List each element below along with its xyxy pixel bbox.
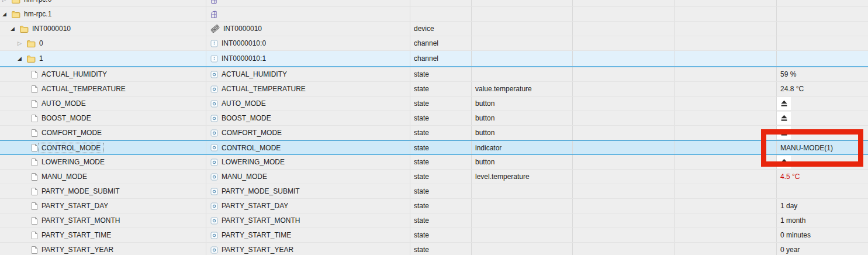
value-cell: 59 % xyxy=(777,67,868,81)
room-cell xyxy=(573,126,675,140)
expand-arrow-icon[interactable]: ▷ xyxy=(18,41,26,46)
role-label: level.temperature xyxy=(475,173,530,181)
value-text[interactable]: 59 % xyxy=(780,70,796,78)
type-cell: state xyxy=(410,155,472,169)
value-text[interactable]: MANU-MODE(1) xyxy=(780,144,833,152)
table-row[interactable]: ◢hm-rpc.1 xyxy=(0,7,868,22)
name-label: PARTY_START_TIME xyxy=(222,231,291,239)
table-row[interactable]: ACTUAL_HUMIDITYACTUAL_HUMIDITYstate59 % xyxy=(0,67,868,82)
role-cell xyxy=(472,7,573,21)
tree-label: PARTY_START_DAY xyxy=(42,202,108,210)
eject-button[interactable] xyxy=(777,126,791,139)
table-row[interactable]: COMFORT_MODECOMFORT_MODEstatebutton xyxy=(0,126,868,140)
function-cell xyxy=(675,111,777,125)
table-row[interactable]: ▷0INT0000010:0channel xyxy=(0,36,868,51)
tree-label: PARTY_START_YEAR xyxy=(42,246,113,254)
room-cell xyxy=(573,82,675,96)
value-cell xyxy=(777,0,868,6)
type-cell: state xyxy=(410,82,472,96)
table-row[interactable]: MANU_MODEMANU_MODEstatelevel.temperature… xyxy=(0,170,868,184)
room-cell xyxy=(573,213,675,228)
folder-icon xyxy=(26,54,36,63)
value-cell: 0 year xyxy=(777,243,868,255)
type-cell: channel xyxy=(410,36,472,50)
table-row[interactable]: LOWERING_MODELOWERING_MODEstatebutton xyxy=(0,155,868,170)
state-icon xyxy=(210,173,218,181)
state-icon xyxy=(210,217,218,225)
room-cell xyxy=(573,97,675,111)
folder-icon xyxy=(11,0,20,4)
name-cell: PARTY_START_DAY xyxy=(206,199,410,213)
name-cell: BOOST_MODE xyxy=(206,111,410,125)
value-cell xyxy=(777,97,868,111)
table-row[interactable]: PARTY_START_TIMEPARTY_START_TIMEstate0 m… xyxy=(0,228,868,243)
value-text[interactable]: 1 month xyxy=(780,216,805,225)
name-label: PARTY_START_MONTH xyxy=(222,216,300,225)
collapse-arrow-icon[interactable]: ◢ xyxy=(2,12,11,17)
function-cell xyxy=(675,170,777,184)
table-row[interactable]: ◢INT0000010INT0000010device xyxy=(0,22,868,36)
table-row[interactable]: PARTY_START_YEARPARTY_START_YEARstate0 y… xyxy=(0,243,868,255)
table-row[interactable]: AUTO_MODEAUTO_MODEstatebutton xyxy=(0,97,868,111)
table-row[interactable]: PARTY_START_MONTHPARTY_START_MONTHstate1… xyxy=(0,213,868,228)
file-icon xyxy=(31,99,38,108)
file-icon xyxy=(31,70,38,79)
role-cell xyxy=(472,213,573,228)
eject-button[interactable] xyxy=(777,156,791,168)
type-cell: state xyxy=(410,228,472,242)
collapse-arrow-icon[interactable]: ◢ xyxy=(18,56,26,61)
table-row[interactable]: CONTROL_MODECONTROL_MODEstateindicatorMA… xyxy=(0,140,868,155)
value-text[interactable]: 0 minutes xyxy=(780,231,811,239)
adapter-icon xyxy=(210,0,217,4)
function-cell xyxy=(675,22,777,36)
value-text[interactable]: 1 day xyxy=(780,202,797,210)
file-icon xyxy=(31,85,38,94)
eject-button[interactable] xyxy=(777,97,791,110)
table-row[interactable]: PARTY_START_DAYPARTY_START_DAYstate1 day xyxy=(0,199,868,213)
value-text[interactable]: 0 year xyxy=(780,246,800,254)
value-text[interactable]: 24.8 °C xyxy=(780,85,804,93)
role-cell xyxy=(472,0,573,6)
name-label: PARTY_START_DAY xyxy=(222,202,288,210)
name-cell: PARTY_START_YEAR xyxy=(206,243,410,255)
tree-label: LOWERING_MODE xyxy=(42,158,105,166)
room-cell xyxy=(573,141,675,154)
room-cell xyxy=(573,7,675,21)
type-cell: state xyxy=(410,126,472,140)
function-cell xyxy=(675,199,777,213)
value-text[interactable]: 4.5 °C xyxy=(780,173,800,181)
type-cell: state xyxy=(410,243,472,255)
table-row[interactable]: BOOST_MODEBOOST_MODEstatebutton xyxy=(0,111,868,126)
type-cell: state xyxy=(410,170,472,184)
value-cell xyxy=(777,155,868,169)
role-label: value.temperature xyxy=(475,85,532,93)
state-icon xyxy=(210,144,218,151)
file-icon xyxy=(31,129,38,137)
role-cell: button xyxy=(472,97,573,111)
type-cell: state xyxy=(410,111,472,125)
table-row[interactable]: PARTY_MODE_SUBMITPARTY_MODE_SUBMITstate xyxy=(0,184,868,199)
folder-icon xyxy=(19,25,29,33)
room-cell xyxy=(573,0,675,6)
name-label: MANU_MODE xyxy=(222,173,267,181)
room-cell xyxy=(573,199,675,213)
file-icon xyxy=(31,158,38,167)
state-icon xyxy=(210,188,218,195)
state-icon xyxy=(210,246,218,254)
table-row[interactable]: ACTUAL_TEMPERATUREACTUAL_TEMPERATUREstat… xyxy=(0,82,868,97)
table-row[interactable]: ◢1INT0000010:1channel xyxy=(0,51,868,67)
role-cell xyxy=(472,36,573,50)
tree-label: ACTUAL_HUMIDITY xyxy=(42,70,107,78)
eject-button[interactable] xyxy=(777,112,791,125)
type-label: channel xyxy=(414,39,438,47)
value-cell: MANU-MODE(1) xyxy=(777,141,868,154)
file-icon xyxy=(31,231,38,240)
function-cell xyxy=(675,155,777,169)
collapse-arrow-icon[interactable]: ◢ xyxy=(11,26,19,32)
expand-arrow-icon[interactable]: ▷ xyxy=(2,0,11,2)
type-label: state xyxy=(414,70,429,78)
table-row[interactable]: ▷hm-rpc.0 xyxy=(0,0,868,7)
role-label: button xyxy=(475,158,494,166)
file-icon xyxy=(31,202,38,211)
tree-cell: BOOST_MODE xyxy=(0,111,206,125)
